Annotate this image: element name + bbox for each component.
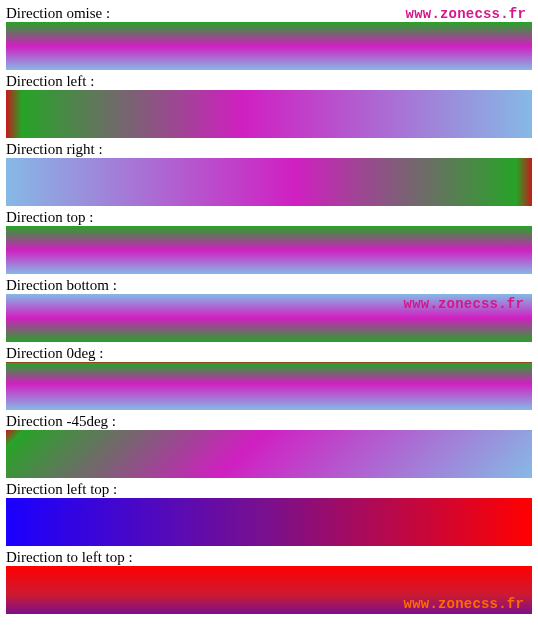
example-lefttop: Direction left top : xyxy=(6,480,532,546)
label-left: Direction left : xyxy=(6,72,94,90)
label-line: Direction right : xyxy=(6,140,532,158)
label-bottom: Direction bottom : xyxy=(6,276,117,294)
gradient-top xyxy=(6,226,532,274)
gradient-right xyxy=(6,158,532,206)
example-right: Direction right : xyxy=(6,140,532,206)
label-tolefttop: Direction to left top : xyxy=(6,548,133,566)
label-line: Direction top : xyxy=(6,208,532,226)
label-line: Direction left : xyxy=(6,72,532,90)
gradient-omise xyxy=(6,22,532,70)
example-top: Direction top : xyxy=(6,208,532,274)
label-line: Direction 0deg : xyxy=(6,344,532,362)
label-right: Direction right : xyxy=(6,140,103,158)
example-m45deg: Direction -45deg : xyxy=(6,412,532,478)
label-line: Direction omise : www.zonecss.fr xyxy=(6,4,532,22)
example-tolefttop: Direction to left top : www.zonecss.fr xyxy=(6,548,532,614)
label-lefttop: Direction left top : xyxy=(6,480,117,498)
label-line: Direction bottom : xyxy=(6,276,532,294)
example-bottom: Direction bottom : www.zonecss.fr xyxy=(6,276,532,342)
gradient-left xyxy=(6,90,532,138)
gradient-m45deg xyxy=(6,430,532,478)
example-omise: Direction omise : www.zonecss.fr xyxy=(6,4,532,70)
example-0deg: Direction 0deg : xyxy=(6,344,532,410)
watermark-top: www.zonecss.fr xyxy=(406,5,532,23)
example-left: Direction left : xyxy=(6,72,532,138)
gradient-lefttop xyxy=(6,498,532,546)
watermark-middle: www.zonecss.fr xyxy=(404,296,524,312)
label-m45deg: Direction -45deg : xyxy=(6,412,116,430)
label-line: Direction to left top : xyxy=(6,548,532,566)
gradient-bottom: www.zonecss.fr xyxy=(6,294,532,342)
label-omise: Direction omise : xyxy=(6,4,110,22)
label-line: Direction left top : xyxy=(6,480,532,498)
label-0deg: Direction 0deg : xyxy=(6,344,103,362)
watermark-bottom: www.zonecss.fr xyxy=(404,596,524,612)
gradient-tolefttop: www.zonecss.fr xyxy=(6,566,532,614)
label-top: Direction top : xyxy=(6,208,93,226)
gradient-0deg xyxy=(6,362,532,410)
label-line: Direction -45deg : xyxy=(6,412,532,430)
